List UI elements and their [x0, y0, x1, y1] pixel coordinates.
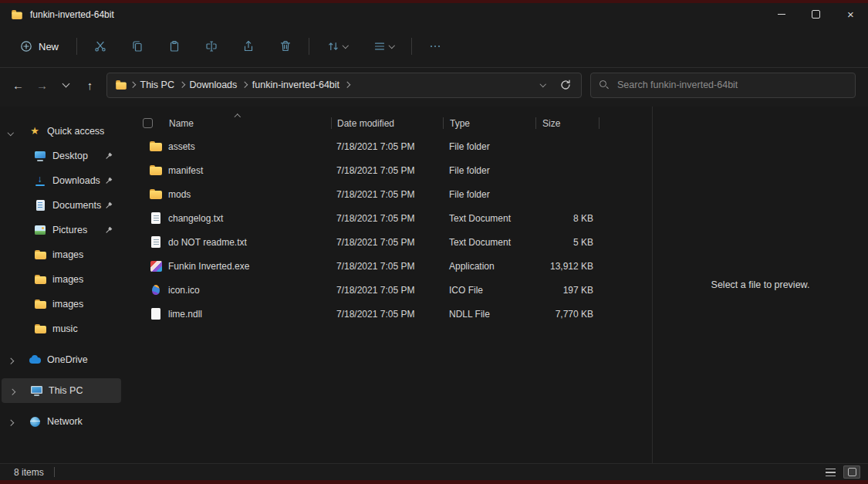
up-button[interactable]: ↑ — [78, 73, 102, 97]
breadcrumb-downloads[interactable]: Downloads — [187, 80, 239, 90]
copy-icon — [131, 40, 144, 52]
file-row[interactable]: Funkin Inverted.exe 7/18/2021 7:05 PM Ap… — [122, 254, 652, 278]
column-header-name[interactable]: Name — [169, 118, 331, 129]
new-button[interactable]: New — [10, 32, 69, 60]
sidebar-item-desktop[interactable]: Desktop — [0, 144, 122, 168]
share-icon — [242, 40, 255, 52]
rename-button[interactable] — [196, 32, 227, 60]
chevron-right-icon[interactable] — [8, 357, 14, 364]
select-all-checkbox[interactable] — [143, 118, 153, 128]
text-document-icon — [151, 236, 160, 248]
sidebar-item-network[interactable]: Network — [0, 409, 122, 434]
sidebar-item-documents[interactable]: Documents — [0, 193, 122, 218]
view-button[interactable] — [363, 32, 404, 60]
sidebar-item-quick-access[interactable]: Quick access — [0, 119, 122, 144]
view-icon — [373, 40, 386, 52]
forward-arrow-icon: → — [36, 79, 48, 92]
sidebar-item-label: images — [52, 249, 83, 260]
column-header-size[interactable]: Size — [536, 118, 599, 129]
toolbar-separator — [76, 38, 77, 55]
search-box[interactable] — [590, 73, 856, 98]
sidebar-item-images[interactable]: images — [0, 292, 122, 316]
delete-button[interactable] — [270, 32, 301, 60]
file-name: assets — [168, 141, 331, 152]
back-arrow-icon: ← — [12, 79, 24, 92]
paste-icon — [168, 40, 181, 52]
file-type: Text Document — [443, 237, 535, 248]
sidebar-item-onedrive[interactable]: OneDrive — [0, 347, 122, 372]
search-input[interactable] — [616, 79, 846, 91]
text-document-icon — [151, 212, 160, 224]
window-controls: × — [764, 3, 868, 25]
sidebar-item-label: Documents — [52, 200, 101, 211]
sidebar-item-label: This PC — [49, 385, 83, 396]
address-dropdown-button[interactable] — [539, 81, 545, 87]
chevron-right-icon[interactable] — [9, 388, 15, 394]
status-bar: 8 items — [0, 463, 868, 480]
share-button[interactable] — [233, 32, 264, 60]
file-row[interactable]: manifest 7/18/2021 7:05 PM File folder — [122, 158, 652, 182]
breadcrumb-this-pc[interactable]: This PC — [138, 80, 177, 90]
file-row[interactable]: icon.ico 7/18/2021 7:05 PM ICO File 197 … — [122, 278, 652, 302]
address-bar[interactable]: This PC Downloads funkin-inverted-64bit — [106, 73, 582, 98]
maximize-button[interactable] — [799, 3, 833, 25]
sidebar-item-label: Quick access — [47, 126, 104, 137]
file-row[interactable]: mods 7/18/2021 7:05 PM File folder — [122, 182, 652, 206]
file-rows: assets 7/18/2021 7:05 PM File folder man… — [122, 134, 652, 326]
see-more-button[interactable] — [420, 32, 451, 60]
refresh-button[interactable] — [560, 80, 571, 90]
file-type: NDLL File — [443, 309, 535, 320]
minimize-button[interactable] — [764, 3, 799, 25]
sort-button[interactable] — [317, 32, 357, 60]
file-date-modified: 7/18/2021 7:05 PM — [331, 237, 443, 248]
more-icon — [429, 40, 441, 52]
forward-button[interactable]: → — [30, 73, 54, 97]
column-separator[interactable] — [599, 117, 599, 129]
chevron-right-icon[interactable] — [8, 419, 14, 425]
ico-file-icon — [151, 284, 161, 296]
sidebar-item-music[interactable]: music — [0, 316, 122, 341]
cut-button[interactable] — [85, 32, 116, 60]
file-type: ICO File — [443, 285, 535, 296]
address-bar-right — [538, 80, 574, 90]
chevron-down-icon — [343, 42, 349, 49]
close-button[interactable]: × — [833, 3, 868, 25]
sidebar-item-this-pc[interactable]: This PC — [2, 378, 121, 403]
copy-button[interactable] — [122, 32, 153, 60]
paste-button[interactable] — [159, 32, 190, 60]
network-icon — [29, 415, 41, 428]
sidebar-item-pictures[interactable]: Pictures — [0, 218, 122, 242]
close-icon: × — [847, 8, 854, 20]
breadcrumb-current-folder[interactable]: funkin-inverted-64bit — [250, 80, 342, 90]
file-list: Name Date modified Type Size assets 7/18… — [122, 107, 652, 463]
sidebar-item-label: Network — [47, 416, 83, 427]
chevron-down-icon[interactable] — [8, 129, 14, 135]
new-plus-icon — [20, 40, 32, 52]
column-header-type[interactable]: Type — [444, 118, 535, 129]
preview-placeholder-text: Select a file to preview. — [711, 279, 810, 290]
file-row[interactable]: do NOT readme.txt 7/18/2021 7:05 PM Text… — [122, 230, 652, 254]
large-icons-view-icon — [848, 468, 856, 476]
file-row[interactable]: changelog.txt 7/18/2021 7:05 PM Text Doc… — [122, 206, 652, 230]
ndll-file-icon — [151, 308, 160, 320]
preview-pane: Select a file to preview. — [652, 107, 868, 463]
sidebar-item-downloads[interactable]: Downloads — [0, 168, 122, 193]
details-view-button[interactable] — [822, 465, 839, 479]
file-row[interactable]: lime.ndll 7/18/2021 7:05 PM NDLL File 7,… — [122, 302, 652, 326]
new-button-label: New — [39, 41, 59, 52]
quick-access-star-icon — [29, 125, 41, 137]
sidebar-item-images[interactable]: images — [0, 267, 122, 292]
breadcrumb-chevron-icon — [344, 82, 350, 88]
large-icons-view-button[interactable] — [843, 465, 860, 479]
breadcrumb-chevron-icon — [179, 82, 185, 88]
recent-locations-button[interactable] — [54, 73, 78, 97]
sidebar-item-images[interactable]: images — [0, 242, 122, 267]
file-size: 8 KB — [535, 213, 599, 224]
folder-icon — [150, 141, 162, 152]
file-name: manifest — [168, 165, 331, 176]
file-row[interactable]: assets 7/18/2021 7:05 PM File folder — [122, 134, 652, 158]
back-button[interactable]: ← — [6, 73, 30, 97]
minimize-icon — [778, 14, 785, 15]
folder-icon — [34, 323, 46, 335]
column-header-date-modified[interactable]: Date modified — [332, 118, 443, 129]
